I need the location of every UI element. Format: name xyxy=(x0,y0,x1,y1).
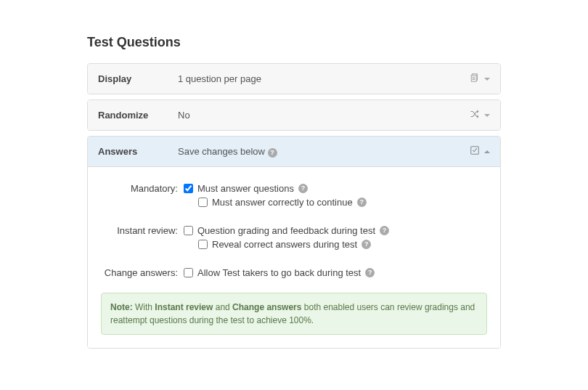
change-answers-opt1: Allow Test takers to go back during test… xyxy=(184,267,487,278)
panel-randomize-header[interactable]: Randomize No xyxy=(88,100,500,130)
page-title: Test Questions xyxy=(87,35,501,50)
chevron-down-icon xyxy=(484,78,490,81)
help-icon[interactable]: ? xyxy=(357,198,367,207)
help-icon[interactable]: ? xyxy=(380,226,389,235)
row-instant-review-label: Instant review: xyxy=(101,225,184,253)
checkbox-must-answer-correctly[interactable] xyxy=(198,198,208,207)
panel-randomize: Randomize No xyxy=(87,99,501,131)
row-mandatory: Mandatory: Must answer questions ? Must … xyxy=(101,183,487,211)
checkbox-must-answer[interactable] xyxy=(184,184,193,193)
row-instant-review: Instant review: Question grading and fee… xyxy=(101,225,487,253)
panel-randomize-value: No xyxy=(178,110,470,121)
panel-display-value: 1 question per page xyxy=(178,73,470,84)
note-prefix: Note: xyxy=(110,302,133,312)
panel-display: Display 1 question per page xyxy=(87,63,501,94)
panel-display-header[interactable]: Display 1 question per page xyxy=(88,64,500,94)
instant-review-opt1-label: Question grading and feedback during tes… xyxy=(197,225,375,236)
checkbox-icon xyxy=(470,145,480,158)
checkbox-allow-go-back[interactable] xyxy=(184,268,193,277)
instant-review-opt2: Reveal correct answers during test ? xyxy=(198,239,487,250)
panel-answers-header[interactable]: Answers Save changes below ? xyxy=(88,137,500,166)
panel-randomize-label: Randomize xyxy=(98,110,178,121)
chevron-down-icon xyxy=(484,114,490,117)
note-box: Note: With Instant review and Change ans… xyxy=(101,293,487,335)
mandatory-opt1-label: Must answer questions xyxy=(197,183,294,194)
mandatory-opt1: Must answer questions ? xyxy=(184,183,487,194)
panel-answers-label: Answers xyxy=(98,146,178,157)
mandatory-opt2: Must answer correctly to continue ? xyxy=(198,197,487,208)
chevron-up-icon xyxy=(484,150,490,153)
panel-answers-value: Save changes below ? xyxy=(178,146,470,158)
note-term1: Instant review xyxy=(155,302,213,312)
mandatory-opt2-label: Must answer correctly to continue xyxy=(212,197,353,208)
instant-review-opt1: Question grading and feedback during tes… xyxy=(184,225,487,236)
note-part2: and xyxy=(213,302,232,312)
checkbox-reveal-answers[interactable] xyxy=(198,240,208,249)
help-icon[interactable]: ? xyxy=(362,240,371,249)
row-mandatory-label: Mandatory: xyxy=(101,183,184,211)
help-icon[interactable]: ? xyxy=(268,148,277,158)
row-change-answers-label: Change answers: xyxy=(101,267,184,281)
panel-answers: Answers Save changes below ? Mandatory: … xyxy=(87,136,501,349)
pages-icon xyxy=(470,73,480,85)
change-answers-opt1-label: Allow Test takers to go back during test xyxy=(197,267,361,278)
panel-display-label: Display xyxy=(98,73,178,84)
panel-answers-body: Mandatory: Must answer questions ? Must … xyxy=(88,166,500,348)
help-icon[interactable]: ? xyxy=(298,184,308,193)
panel-answers-value-text: Save changes below xyxy=(178,146,265,157)
note-term2: Change answers xyxy=(232,302,301,312)
row-change-answers: Change answers: Allow Test takers to go … xyxy=(101,267,487,281)
help-icon[interactable]: ? xyxy=(365,268,375,277)
checkbox-grading-feedback[interactable] xyxy=(184,226,193,235)
note-part1: With xyxy=(133,302,155,312)
instant-review-opt2-label: Reveal correct answers during test xyxy=(212,239,357,250)
shuffle-icon xyxy=(470,109,480,121)
